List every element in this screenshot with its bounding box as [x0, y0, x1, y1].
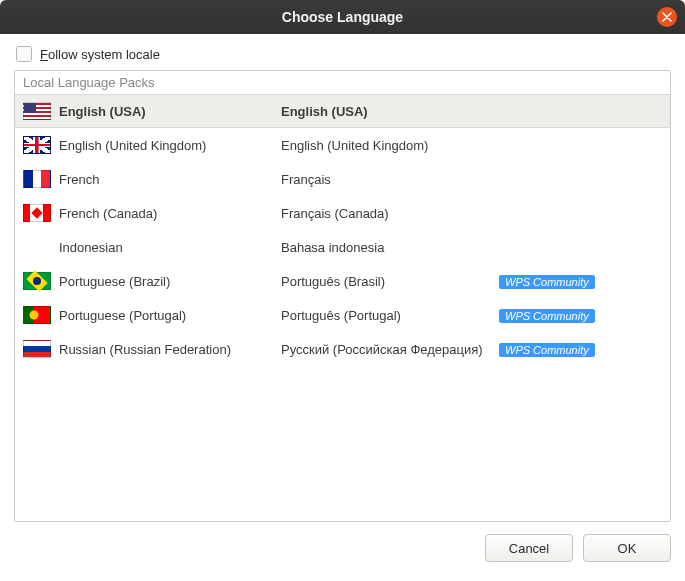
badge-column: WPS Community [499, 308, 662, 323]
language-native-name: English (United Kingdom) [281, 138, 491, 153]
language-native-name: Bahasa indonesia [281, 240, 491, 255]
language-row[interactable]: IndonesianBahasa indonesia [15, 230, 670, 264]
language-row[interactable]: Portuguese (Portugal)Português (Portugal… [15, 298, 670, 332]
flag-icon [23, 170, 51, 188]
close-button[interactable] [657, 7, 677, 27]
language-name: Russian (Russian Federation) [59, 342, 273, 357]
language-name: Indonesian [59, 240, 273, 255]
language-row[interactable]: FrenchFrançais [15, 162, 670, 196]
flag-icon [23, 306, 51, 324]
language-list-header: Local Language Packs [15, 71, 670, 94]
community-badge: WPS Community [499, 343, 595, 357]
language-native-name: Português (Portugal) [281, 308, 491, 323]
badge-column: WPS Community [499, 342, 662, 357]
language-row[interactable]: English (United Kingdom)English (United … [15, 128, 670, 162]
language-native-name: Русский (Российская Федерация) [281, 342, 491, 357]
button-bar: Cancel OK [0, 522, 685, 574]
flag-icon [23, 204, 51, 222]
flag-icon [23, 272, 51, 290]
flag-icon [23, 136, 51, 154]
community-badge: WPS Community [499, 309, 595, 323]
badge-column: WPS Community [499, 274, 662, 289]
language-row[interactable]: Portuguese (Brazil)Português (Brasil)WPS… [15, 264, 670, 298]
language-native-name: Français (Canada) [281, 206, 491, 221]
language-row[interactable]: French (Canada)Français (Canada) [15, 196, 670, 230]
language-name: French (Canada) [59, 206, 273, 221]
follow-system-locale-label: Follow system locale [40, 47, 160, 62]
language-name: English (USA) [59, 104, 273, 119]
language-native-name: Português (Brasil) [281, 274, 491, 289]
language-name: Portuguese (Brazil) [59, 274, 273, 289]
cancel-button[interactable]: Cancel [485, 534, 573, 562]
window-title: Choose Language [282, 9, 403, 25]
follow-system-locale-checkbox[interactable] [16, 46, 32, 62]
flag-placeholder [23, 238, 51, 256]
language-name: Portuguese (Portugal) [59, 308, 273, 323]
titlebar: Choose Language [0, 0, 685, 34]
language-row[interactable]: Russian (Russian Federation)Русский (Рос… [15, 332, 670, 366]
language-native-name: English (USA) [281, 104, 491, 119]
language-name: English (United Kingdom) [59, 138, 273, 153]
flag-icon [23, 102, 51, 120]
language-name: French [59, 172, 273, 187]
flag-icon [23, 340, 51, 358]
language-row[interactable]: English (USA)English (USA) [15, 94, 670, 128]
close-icon [662, 12, 672, 22]
follow-system-locale-row: Follow system locale [14, 42, 671, 70]
ok-button[interactable]: OK [583, 534, 671, 562]
language-listbox: Local Language Packs English (USA)Englis… [14, 70, 671, 522]
community-badge: WPS Community [499, 275, 595, 289]
language-native-name: Français [281, 172, 491, 187]
